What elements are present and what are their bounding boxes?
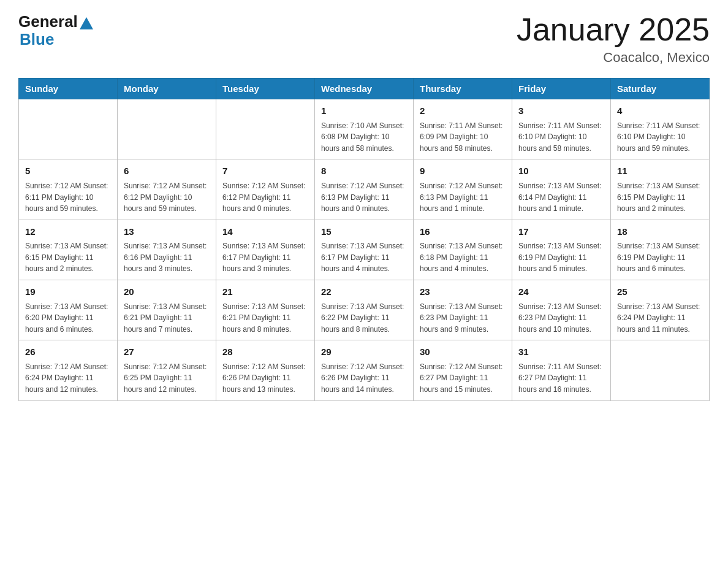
calendar-week-row: 1Sunrise: 7:10 AM Sunset: 6:08 PM Daylig… [19, 99, 710, 159]
day-number: 6 [124, 164, 210, 178]
calendar-cell: 24Sunrise: 7:13 AM Sunset: 6:23 PM Dayli… [512, 280, 611, 340]
day-info: Sunrise: 7:12 AM Sunset: 6:12 PM Dayligh… [222, 180, 308, 215]
logo: General Blue [18, 12, 93, 47]
day-info: Sunrise: 7:13 AM Sunset: 6:15 PM Dayligh… [25, 240, 111, 275]
day-number: 3 [518, 104, 604, 118]
day-info: Sunrise: 7:12 AM Sunset: 6:27 PM Dayligh… [420, 361, 506, 396]
day-number: 8 [321, 164, 407, 178]
calendar-cell: 4Sunrise: 7:11 AM Sunset: 6:10 PM Daylig… [611, 99, 710, 159]
day-number: 26 [25, 345, 111, 359]
day-number: 31 [518, 345, 604, 359]
day-number: 29 [321, 345, 407, 359]
day-number: 9 [420, 164, 506, 178]
calendar-body: 1Sunrise: 7:10 AM Sunset: 6:08 PM Daylig… [19, 99, 710, 400]
weekday-header-friday: Friday [512, 79, 611, 99]
calendar-cell: 14Sunrise: 7:13 AM Sunset: 6:17 PM Dayli… [216, 220, 315, 280]
day-number: 15 [321, 225, 407, 239]
day-info: Sunrise: 7:13 AM Sunset: 6:16 PM Dayligh… [124, 240, 210, 275]
calendar-week-row: 26Sunrise: 7:12 AM Sunset: 6:24 PM Dayli… [19, 340, 710, 400]
day-info: Sunrise: 7:12 AM Sunset: 6:12 PM Dayligh… [124, 180, 210, 215]
logo-blue-text: Blue [20, 31, 54, 47]
day-info: Sunrise: 7:13 AM Sunset: 6:24 PM Dayligh… [617, 301, 703, 335]
calendar-cell: 27Sunrise: 7:12 AM Sunset: 6:25 PM Dayli… [118, 340, 216, 400]
calendar-table: SundayMondayTuesdayWednesdayThursdayFrid… [18, 78, 710, 400]
weekday-header-thursday: Thursday [414, 79, 512, 99]
day-info: Sunrise: 7:12 AM Sunset: 6:26 PM Dayligh… [222, 361, 308, 396]
day-info: Sunrise: 7:12 AM Sunset: 6:13 PM Dayligh… [420, 180, 506, 215]
calendar-week-row: 12Sunrise: 7:13 AM Sunset: 6:15 PM Dayli… [19, 220, 710, 280]
weekday-header-sunday: Sunday [19, 79, 118, 99]
day-info: Sunrise: 7:11 AM Sunset: 6:09 PM Dayligh… [420, 120, 506, 155]
weekday-header-wednesday: Wednesday [315, 79, 414, 99]
calendar-week-row: 5Sunrise: 7:12 AM Sunset: 6:11 PM Daylig… [19, 159, 710, 220]
calendar-cell: 12Sunrise: 7:13 AM Sunset: 6:15 PM Dayli… [19, 220, 118, 280]
day-number: 28 [222, 345, 308, 359]
weekday-header-monday: Monday [118, 79, 216, 99]
day-info: Sunrise: 7:13 AM Sunset: 6:19 PM Dayligh… [518, 240, 604, 275]
day-info: Sunrise: 7:12 AM Sunset: 6:11 PM Dayligh… [25, 180, 111, 215]
day-info: Sunrise: 7:13 AM Sunset: 6:15 PM Dayligh… [617, 180, 703, 215]
day-info: Sunrise: 7:13 AM Sunset: 6:21 PM Dayligh… [124, 301, 210, 335]
calendar-week-row: 19Sunrise: 7:13 AM Sunset: 6:20 PM Dayli… [19, 280, 710, 340]
logo-triangle-icon [80, 17, 93, 29]
calendar-cell: 10Sunrise: 7:13 AM Sunset: 6:14 PM Dayli… [512, 159, 611, 220]
calendar-cell [216, 99, 315, 159]
calendar-cell: 9Sunrise: 7:12 AM Sunset: 6:13 PM Daylig… [414, 159, 512, 220]
weekday-header-tuesday: Tuesday [216, 79, 315, 99]
day-info: Sunrise: 7:13 AM Sunset: 6:17 PM Dayligh… [321, 240, 407, 275]
calendar-cell: 15Sunrise: 7:13 AM Sunset: 6:17 PM Dayli… [315, 220, 414, 280]
day-info: Sunrise: 7:13 AM Sunset: 6:18 PM Dayligh… [420, 240, 506, 275]
calendar-cell: 6Sunrise: 7:12 AM Sunset: 6:12 PM Daylig… [118, 159, 216, 220]
calendar-cell: 21Sunrise: 7:13 AM Sunset: 6:21 PM Dayli… [216, 280, 315, 340]
day-info: Sunrise: 7:13 AM Sunset: 6:20 PM Dayligh… [25, 301, 111, 335]
calendar-cell [19, 99, 118, 159]
day-info: Sunrise: 7:13 AM Sunset: 6:23 PM Dayligh… [518, 301, 604, 335]
calendar-cell: 2Sunrise: 7:11 AM Sunset: 6:09 PM Daylig… [414, 99, 512, 159]
calendar-header: SundayMondayTuesdayWednesdayThursdayFrid… [19, 79, 710, 99]
day-info: Sunrise: 7:13 AM Sunset: 6:23 PM Dayligh… [420, 301, 506, 335]
day-number: 17 [518, 225, 604, 239]
logo-general-text: General [18, 12, 78, 31]
weekday-header-saturday: Saturday [611, 79, 710, 99]
day-info: Sunrise: 7:13 AM Sunset: 6:17 PM Dayligh… [222, 240, 308, 275]
day-info: Sunrise: 7:12 AM Sunset: 6:13 PM Dayligh… [321, 180, 407, 215]
day-info: Sunrise: 7:11 AM Sunset: 6:10 PM Dayligh… [518, 120, 604, 155]
day-info: Sunrise: 7:13 AM Sunset: 6:22 PM Dayligh… [321, 301, 407, 335]
day-info: Sunrise: 7:11 AM Sunset: 6:10 PM Dayligh… [617, 120, 703, 155]
calendar-cell: 22Sunrise: 7:13 AM Sunset: 6:22 PM Dayli… [315, 280, 414, 340]
day-info: Sunrise: 7:10 AM Sunset: 6:08 PM Dayligh… [321, 120, 407, 155]
weekday-header-row: SundayMondayTuesdayWednesdayThursdayFrid… [19, 79, 710, 99]
calendar-cell [611, 340, 710, 400]
calendar-cell: 13Sunrise: 7:13 AM Sunset: 6:16 PM Dayli… [118, 220, 216, 280]
calendar-cell: 29Sunrise: 7:12 AM Sunset: 6:26 PM Dayli… [315, 340, 414, 400]
calendar-cell [118, 99, 216, 159]
day-number: 5 [25, 164, 111, 178]
svg-marker-0 [80, 17, 93, 29]
day-info: Sunrise: 7:13 AM Sunset: 6:14 PM Dayligh… [518, 180, 604, 215]
day-number: 22 [321, 285, 407, 299]
day-info: Sunrise: 7:13 AM Sunset: 6:21 PM Dayligh… [222, 301, 308, 335]
calendar-cell: 11Sunrise: 7:13 AM Sunset: 6:15 PM Dayli… [611, 159, 710, 220]
day-info: Sunrise: 7:12 AM Sunset: 6:25 PM Dayligh… [124, 361, 210, 396]
day-number: 12 [25, 225, 111, 239]
calendar-cell: 18Sunrise: 7:13 AM Sunset: 6:19 PM Dayli… [611, 220, 710, 280]
day-number: 11 [617, 164, 703, 178]
day-info: Sunrise: 7:11 AM Sunset: 6:27 PM Dayligh… [518, 361, 604, 396]
calendar-cell: 5Sunrise: 7:12 AM Sunset: 6:11 PM Daylig… [19, 159, 118, 220]
day-number: 24 [518, 285, 604, 299]
day-number: 30 [420, 345, 506, 359]
day-number: 16 [420, 225, 506, 239]
calendar-cell: 28Sunrise: 7:12 AM Sunset: 6:26 PM Dayli… [216, 340, 315, 400]
day-number: 1 [321, 104, 407, 118]
calendar-cell: 16Sunrise: 7:13 AM Sunset: 6:18 PM Dayli… [414, 220, 512, 280]
calendar-cell: 7Sunrise: 7:12 AM Sunset: 6:12 PM Daylig… [216, 159, 315, 220]
calendar-cell: 30Sunrise: 7:12 AM Sunset: 6:27 PM Dayli… [414, 340, 512, 400]
day-info: Sunrise: 7:13 AM Sunset: 6:19 PM Dayligh… [617, 240, 703, 275]
day-number: 18 [617, 225, 703, 239]
day-number: 2 [420, 104, 506, 118]
day-number: 7 [222, 164, 308, 178]
calendar-cell: 19Sunrise: 7:13 AM Sunset: 6:20 PM Dayli… [19, 280, 118, 340]
calendar-cell: 17Sunrise: 7:13 AM Sunset: 6:19 PM Dayli… [512, 220, 611, 280]
calendar-title: January 2025 [517, 12, 710, 47]
day-number: 19 [25, 285, 111, 299]
